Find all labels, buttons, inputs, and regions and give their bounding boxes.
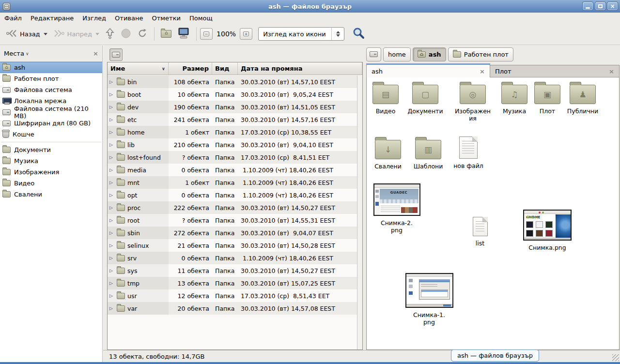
file-row[interactable]: ▷ root ? обекта Папка 30.03.2010 (вт) 14…: [108, 214, 357, 227]
sidebar-place-item[interactable]: Видео: [0, 178, 102, 189]
column-header-type[interactable]: Вид: [212, 62, 238, 75]
expander-icon[interactable]: ▷: [109, 155, 114, 160]
view-mode-combo[interactable]: Изглед като икони: [258, 27, 344, 41]
breadcrumb-root-button[interactable]: [366, 47, 381, 61]
expander-icon[interactable]: ▷: [109, 293, 114, 298]
folder-icon: [117, 192, 125, 198]
computer-button[interactable]: [174, 26, 193, 43]
list-scrollbar[interactable]: [357, 76, 362, 349]
file-item-new-file[interactable]: нов файл: [447, 136, 490, 169]
sidebar-place-item[interactable]: ash: [0, 62, 102, 73]
expander-icon[interactable]: ▷: [109, 142, 114, 147]
file-row[interactable]: ▷ tmp 13 обекта Папка 30.03.2010 (вт) 15…: [108, 277, 357, 289]
expander-icon[interactable]: ▷: [109, 218, 114, 223]
file-row[interactable]: ▷ sbin 272 обекта Папка 30.03.2010 (вт) …: [108, 227, 357, 239]
tab-ash[interactable]: ash ×: [366, 63, 490, 77]
resize-grip[interactable]: [612, 354, 619, 361]
folder-item-pictures[interactable]: ◎ Изображения: [451, 81, 495, 122]
file-row[interactable]: ▷ bin 108 обекта Папка 30.03.2010 (вт) 1…: [108, 76, 357, 88]
tab-close-icon[interactable]: ×: [609, 68, 614, 75]
expander-icon[interactable]: ▷: [109, 306, 114, 311]
sidebar-close-button[interactable]: ×: [93, 50, 98, 57]
file-item-snimka[interactable]: GNOME Store Снимка.png: [523, 210, 572, 251]
expander-icon[interactable]: ▷: [109, 193, 114, 197]
file-row[interactable]: ▷ lost+found ? обекта Папка 17.03.2010 (…: [108, 151, 357, 164]
sidebar-place-item[interactable]: Кошче: [0, 129, 102, 140]
expander-icon[interactable]: ▷: [109, 281, 114, 286]
file-row[interactable]: ▷ home 1 обект Папка 17.03.2010 (ср) 10,…: [108, 126, 357, 138]
zoom-in-button[interactable]: +: [240, 28, 252, 40]
file-row[interactable]: ▷ sys 11 обекта Папка 30.03.2010 (вт) 14…: [108, 264, 357, 277]
expander-icon[interactable]: ▷: [109, 92, 114, 97]
column-header-date[interactable]: Дата на промяна: [238, 62, 362, 75]
forward-button[interactable]: Напред: [50, 27, 102, 41]
menu-help[interactable]: Помощ: [185, 14, 217, 23]
sidebar-place-item[interactable]: Шифриран дял (80 GB): [0, 118, 102, 129]
file-row[interactable]: ▷ mnt 1 обект Папка 1.10.2009 (чт) 18,40…: [108, 176, 357, 189]
breadcrumb-home-button[interactable]: home: [383, 47, 411, 61]
menu-file[interactable]: Файл: [0, 14, 26, 23]
up-button[interactable]: [102, 26, 118, 43]
file-row[interactable]: ▷ usr 12 обекта Папка 17.03.2010 (ср) 8,…: [108, 289, 357, 302]
expander-icon[interactable]: ▷: [109, 268, 114, 273]
folder-item-templates[interactable]: ▥ Шаблони: [406, 136, 450, 170]
maximize-button[interactable]: [595, 1, 606, 11]
home-button[interactable]: [158, 28, 174, 40]
breadcrumb-desktop-button[interactable]: Работен плот: [448, 47, 513, 61]
menu-edit[interactable]: Редактиране: [26, 14, 78, 23]
sidebar-mode-select[interactable]: Места ∨: [4, 50, 29, 57]
sidebar-place-item[interactable]: Музика: [0, 155, 102, 167]
column-header-name[interactable]: Име ∨: [108, 62, 169, 75]
sidebar-place-item[interactable]: Файлова система (210 MB): [0, 106, 102, 118]
file-row[interactable]: ▷ opt 0 обекта Папка 1.10.2009 (чт) 18,4…: [108, 189, 357, 201]
menu-view[interactable]: Изглед: [78, 14, 110, 23]
window-border: [0, 362, 620, 364]
folder-item-public[interactable]: ♟ Публични: [561, 81, 604, 115]
tab-close-icon[interactable]: ×: [480, 68, 485, 75]
menu-bookmarks[interactable]: Отметки: [147, 14, 185, 23]
sidebar-place-item[interactable]: Файлова система: [0, 84, 102, 95]
sidebar-place-item[interactable]: Работен плот: [0, 73, 102, 84]
expander-icon[interactable]: ▷: [109, 117, 114, 122]
file-row[interactable]: ▷ selinux 21 обекта Папка 30.03.2010 (вт…: [108, 239, 357, 252]
file-row[interactable]: ▷ proc 222 обекта Папка 30.03.2010 (вт) …: [108, 201, 357, 214]
stop-button[interactable]: [118, 26, 134, 42]
sidebar-place-item[interactable]: Свалени: [0, 189, 102, 200]
expander-icon[interactable]: ▷: [109, 205, 114, 210]
file-row[interactable]: ▷ var 20 обекта Папка 30.03.2010 (вт) 14…: [108, 302, 357, 315]
file-row[interactable]: ▷ etc 241 обекта Папка 30.03.2010 (вт) 1…: [108, 113, 357, 126]
file-row[interactable]: ▷ srv 0 обекта Папка 1.10.2009 (чт) 18,4…: [108, 252, 357, 264]
folder-item-documents[interactable]: ▢ Документи: [403, 81, 447, 115]
close-button[interactable]: ×: [607, 1, 618, 11]
expander-icon[interactable]: ▷: [109, 105, 114, 109]
pane-root-location-button[interactable]: [109, 48, 123, 61]
breadcrumb-ash-button[interactable]: ash: [413, 47, 446, 61]
expander-icon[interactable]: ▷: [109, 79, 114, 84]
back-button[interactable]: Назад: [3, 27, 50, 41]
column-header-size[interactable]: Размер: [169, 62, 212, 75]
expander-icon[interactable]: ▷: [109, 130, 114, 135]
expander-icon[interactable]: ▷: [109, 256, 114, 260]
file-item-list[interactable]: list: [458, 216, 502, 247]
tab-plot[interactable]: Плот ×: [490, 65, 620, 77]
file-row[interactable]: ▷ lib 210 обекта Папка 30.03.2010 (вт) 9…: [108, 138, 357, 151]
sidebar-place-item[interactable]: Изображения: [0, 167, 102, 178]
file-item-snimka1[interactable]: Снимка-1.png: [405, 273, 453, 326]
file-row[interactable]: ▷ dev 190 обекта Папка 30.03.2010 (вт) 1…: [108, 101, 357, 113]
sidebar-place-item[interactable]: Документи: [0, 144, 102, 155]
file-item-snimka2[interactable]: GUADEC Снимка-2.png: [373, 183, 420, 234]
file-row[interactable]: ▷ media 0 обекта Папка 1.10.2009 (чт) 18…: [108, 164, 357, 176]
minimize-button[interactable]: [582, 1, 593, 11]
expander-icon[interactable]: ▷: [109, 167, 114, 172]
folder-icon: [117, 79, 125, 85]
menu-go[interactable]: Отиване: [110, 14, 147, 23]
folder-item-downloads[interactable]: ↓ Свалени: [366, 136, 410, 170]
expander-icon[interactable]: ▷: [109, 230, 114, 235]
file-row[interactable]: ▷ boot 10 обекта Папка 30.03.2010 (вт) 9…: [108, 88, 357, 101]
expander-icon[interactable]: ▷: [109, 180, 114, 185]
zoom-out-button[interactable]: −: [200, 28, 213, 40]
folder-item-video[interactable]: ▤ Видео: [364, 81, 407, 115]
reload-button[interactable]: [134, 26, 151, 42]
search-button[interactable]: [351, 26, 366, 42]
expander-icon[interactable]: ▷: [109, 243, 114, 248]
